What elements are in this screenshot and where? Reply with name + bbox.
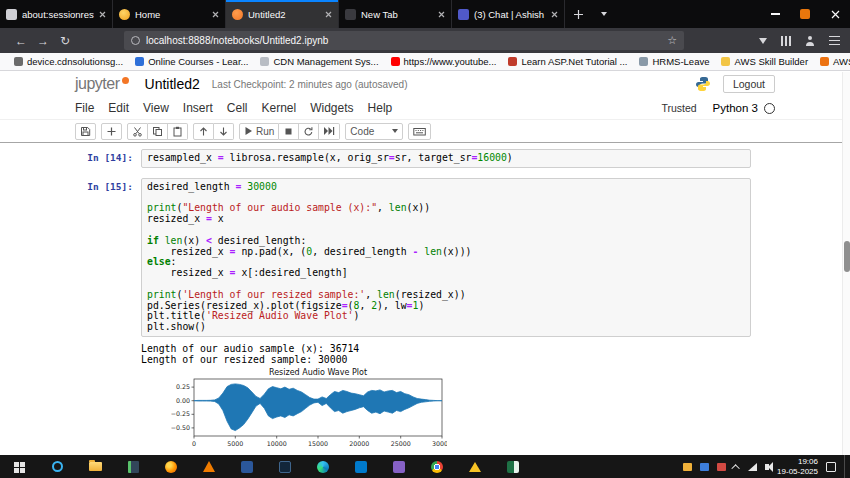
tab-close-icon[interactable] — [325, 11, 332, 18]
bookmark-item[interactable]: CDN Management Sys... — [254, 54, 384, 70]
media-icon[interactable] — [266, 455, 304, 478]
warning-icon[interactable] — [456, 455, 494, 478]
downloads-icon[interactable] — [759, 38, 767, 44]
menu-icon[interactable] — [829, 36, 840, 45]
command-palette-button[interactable] — [408, 123, 431, 140]
action-center-icon[interactable] — [826, 462, 836, 472]
run-button[interactable]: Run — [239, 123, 279, 140]
menu-cell[interactable]: Cell — [227, 101, 248, 115]
cell-type-dropdown[interactable]: Code — [345, 123, 403, 140]
waveform-plot: Resized Audio Wave Plot05000100001500020… — [161, 366, 447, 452]
code-cell[interactable]: In [14]:resampled_x = librosa.resample(x… — [0, 149, 850, 168]
network-icon[interactable] — [748, 463, 757, 471]
notepad-icon[interactable] — [114, 455, 152, 478]
svg-text:Resized Audio Wave Plot: Resized Audio Wave Plot — [269, 368, 367, 377]
reload-icon[interactable]: ↻ — [54, 31, 76, 51]
volume-icon[interactable] — [765, 464, 769, 470]
back-icon[interactable]: ← — [10, 31, 32, 51]
menu-file[interactable]: File — [75, 101, 94, 115]
tab-label: New Tab — [361, 9, 433, 20]
tab-untitled2[interactable]: Untitled2 — [226, 0, 339, 28]
move-cell-down-button[interactable] — [214, 123, 234, 140]
save-button[interactable] — [75, 123, 96, 140]
tab-new-tab[interactable]: New Tab — [339, 0, 452, 28]
menu-kernel[interactable]: Kernel — [262, 101, 297, 115]
tab-close-icon[interactable] — [551, 11, 558, 18]
notebook-title[interactable]: Untitled2 — [145, 76, 200, 92]
forward-icon[interactable]: → — [32, 31, 54, 51]
restart-kernel-button[interactable] — [299, 123, 319, 140]
bookmark-item[interactable]: AWS Skill Builder — [715, 54, 814, 70]
account-icon[interactable] — [805, 36, 815, 46]
text-output-row: Length of our audio sample (x): 36714Len… — [0, 343, 850, 366]
tab-home[interactable]: Home — [113, 0, 226, 28]
show-desktop-strip[interactable] — [844, 455, 847, 478]
start-icon[interactable] — [0, 455, 38, 478]
copy-cell-button[interactable] — [148, 123, 168, 140]
tray-app-red-icon[interactable] — [717, 463, 726, 471]
explorer-icon[interactable] — [76, 455, 114, 478]
excel-icon[interactable] — [494, 455, 532, 478]
url-bar[interactable]: localhost:8888/notebooks/Untitled2.ipynb… — [124, 31, 684, 50]
bookmark-item[interactable]: Online Courses - Lear... — [129, 54, 254, 70]
minimize-button[interactable] — [760, 0, 790, 28]
page-scrollbar-thumb[interactable] — [844, 241, 850, 272]
maximize-button[interactable] — [790, 0, 820, 28]
bookmark-item[interactable]: https://www.youtube... — [385, 54, 503, 70]
firefox-icon[interactable] — [152, 455, 190, 478]
bookmark-item[interactable]: AWS Management Co... — [814, 54, 850, 70]
bookmark-item[interactable]: HRMS-Leave — [633, 54, 715, 70]
tab-label: Untitled2 — [248, 9, 320, 20]
vlc-icon[interactable] — [190, 455, 228, 478]
tray-app-blue-icon[interactable] — [700, 463, 709, 471]
word-icon[interactable] — [228, 455, 266, 478]
svg-text:25000: 25000 — [391, 439, 411, 446]
site-info-icon[interactable] — [131, 36, 140, 45]
taskbar-clock[interactable]: 19:06 19-05-2025 — [777, 457, 818, 476]
menu-help[interactable]: Help — [368, 101, 393, 115]
restart-run-all-button[interactable] — [319, 123, 340, 140]
logout-button[interactable]: Logout — [723, 75, 775, 93]
tab-close-icon[interactable] — [99, 11, 106, 18]
tab-close-icon[interactable] — [212, 11, 219, 18]
svg-text:10000: 10000 — [267, 439, 287, 446]
chrome-icon[interactable] — [418, 455, 456, 478]
tray-expand-icon[interactable] — [731, 464, 739, 472]
bookmark-item[interactable]: Learn ASP.Net Tutorial ... — [502, 54, 633, 70]
vscode-icon[interactable] — [342, 455, 380, 478]
output-plot: Resized Audio Wave Plot05000100001500020… — [161, 366, 447, 455]
menu-insert[interactable]: Insert — [183, 101, 213, 115]
tray-folder-icon[interactable] — [683, 463, 692, 471]
jupyter-logo[interactable]: jupyter — [75, 75, 129, 93]
code-input[interactable]: resampled_x = librosa.resample(x, orig_s… — [141, 149, 751, 168]
add-cell-button[interactable] — [101, 123, 122, 140]
code-input[interactable]: desired_length = 30000print("Length of o… — [141, 178, 751, 337]
url-text[interactable]: localhost:8888/notebooks/Untitled2.ipynb — [146, 35, 661, 46]
checkpoint-status: Last Checkpoint: 2 minutes ago (autosave… — [212, 79, 408, 90]
close-button[interactable] — [820, 0, 850, 28]
jupyter-menubar: FileEditViewInsertCellKernelWidgetsHelp … — [0, 97, 850, 120]
menu-view[interactable]: View — [143, 101, 169, 115]
menu-edit[interactable]: Edit — [108, 101, 129, 115]
paste-cell-button[interactable] — [168, 123, 188, 140]
list-tabs-dropdown-icon[interactable] — [591, 0, 617, 28]
interrupt-kernel-button[interactable] — [279, 123, 299, 140]
library-icon[interactable] — [781, 36, 791, 46]
input-prompt: In [14]: — [8, 149, 141, 168]
edge-icon[interactable] — [304, 455, 342, 478]
page-scrollbar[interactable] — [842, 72, 850, 455]
move-cell-up-button[interactable] — [193, 123, 214, 140]
code-cell[interactable]: In [15]:desired_length = 30000print("Len… — [0, 178, 850, 337]
search-icon[interactable] — [38, 455, 76, 478]
tab-teams-chat[interactable]: (3) Chat | Ashish Dubey | Micr — [452, 0, 565, 28]
vstudio-icon[interactable] — [380, 455, 418, 478]
tab-close-icon[interactable] — [438, 11, 445, 18]
menu-widgets[interactable]: Widgets — [310, 101, 353, 115]
cut-cell-button[interactable] — [127, 123, 148, 140]
input-prompt: In [15]: — [8, 178, 141, 337]
bookmarks-items: device.cdnsolutionsg...Online Courses - … — [8, 54, 850, 70]
tab-session-restore[interactable]: about:sessionrestore — [0, 0, 113, 28]
bookmark-item[interactable]: device.cdnsolutionsg... — [8, 54, 129, 70]
new-tab-button[interactable] — [565, 0, 591, 28]
bookmark-star-icon[interactable]: ☆ — [667, 34, 677, 47]
